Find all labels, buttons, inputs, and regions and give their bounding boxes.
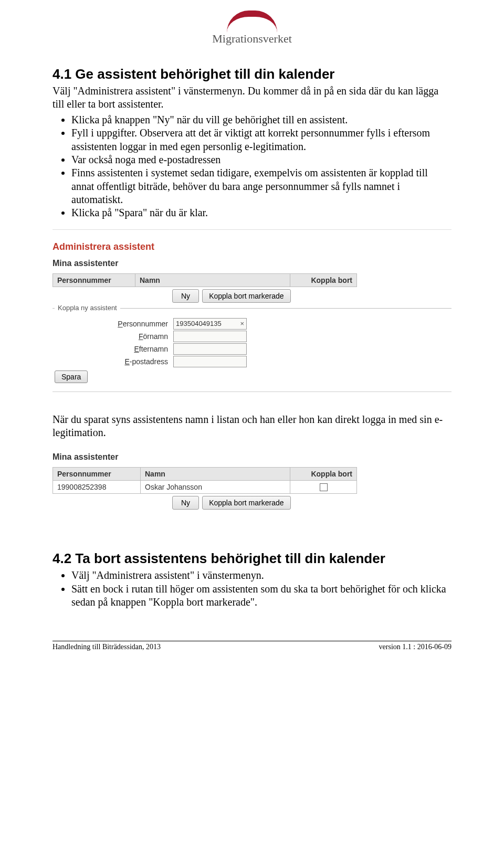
bullet-item: Klicka på knappen "Ny" när du vill ge be… — [71, 113, 452, 126]
section-bullets: Klicka på knappen "Ny" när du vill ge be… — [52, 113, 452, 220]
logo-text: Migrationsverket — [212, 31, 292, 46]
section-heading: 4.1 Ge assistent behörighet till din kal… — [52, 66, 452, 82]
document-page: Migrationsverket 4.1 Ge assistent behöri… — [0, 0, 504, 670]
assistants-table-filled: Personnummer Namn Koppla bort 1990082523… — [52, 467, 357, 494]
cell-personnummer: 199008252398 — [53, 480, 141, 494]
cell-namn: Oskar Johansson — [141, 480, 290, 494]
panel-subtitle: Mina assistenter — [52, 259, 452, 268]
fieldset-legend: Koppla ny assistent — [55, 304, 120, 312]
personnummer-value: 193504049135 — [176, 320, 222, 327]
col-personnummer: Personnummer — [53, 467, 141, 480]
col-personnummer: Personnummer — [53, 273, 135, 287]
epost-label: E-postadress — [52, 357, 173, 366]
personnummer-label: Personnummer — [52, 320, 173, 328]
assistants-table: Personnummer Namn Koppla bort — [52, 273, 357, 287]
section-intro: Välj "Administrera assistent" i vänsterm… — [52, 84, 452, 111]
separator — [52, 229, 452, 230]
section-bullets: Välj "Administrera assistent" i vänsterm… — [52, 569, 452, 609]
admin-assistant-panel: Administrera assistent Mina assistenter … — [52, 241, 452, 392]
saved-assistants-panel: Mina assistenter Personnummer Namn Koppl… — [52, 452, 452, 521]
disconnect-selected-button[interactable]: Koppla bort markerade — [202, 496, 290, 510]
personnummer-input[interactable]: 193504049135 × — [173, 318, 247, 330]
logo: Migrationsverket — [52, 10, 452, 46]
panel-title: Administrera assistent — [52, 241, 452, 252]
col-namn: Namn — [135, 273, 290, 287]
table-button-bar: Ny Koppla bort markerade — [52, 496, 452, 510]
paragraph-after-save: När du sparat syns assistentens namn i l… — [52, 413, 452, 440]
row-checkbox[interactable] — [320, 483, 328, 491]
footer-right: version 1.1 : 2016-06-09 — [379, 642, 452, 652]
clear-input-icon[interactable]: × — [238, 320, 244, 327]
table-row: 199008252398 Oskar Johansson — [53, 480, 357, 494]
bullet-item: Sätt en bock i rutan till höger om assis… — [71, 583, 452, 609]
save-button[interactable]: Spara — [55, 371, 88, 383]
bullet-item: Fyll i uppgifter. Observera att det är v… — [71, 126, 452, 153]
col-namn: Namn — [141, 467, 290, 480]
efternamn-label: Efternamn — [52, 345, 173, 353]
col-koppla-bort: Koppla bort — [290, 467, 357, 480]
fornamn-label: Förnamn — [52, 332, 173, 341]
bullet-item: Var också noga med e-postadressen — [71, 153, 452, 166]
footer-left: Handledning till Biträdessidan, 2013 — [52, 642, 161, 652]
footer-rule — [52, 641, 452, 641]
table-button-bar: Ny Koppla bort markerade — [52, 289, 452, 303]
new-button[interactable]: Ny — [172, 496, 199, 510]
bullet-item: Klicka på "Spara" när du är klar. — [71, 206, 452, 219]
new-assistant-fieldset: Koppla ny assistent Personnummer 1935040… — [52, 308, 452, 383]
disconnect-selected-button[interactable]: Koppla bort markerade — [202, 289, 290, 303]
fornamn-input[interactable] — [173, 331, 247, 342]
bullet-item: Välj "Administrera assistent" i vänsterm… — [71, 569, 452, 582]
panel-subtitle: Mina assistenter — [52, 452, 452, 462]
epost-input[interactable] — [173, 356, 247, 367]
bullet-item: Finns assistenten i systemet sedan tidig… — [71, 166, 452, 206]
logo-arc-icon — [227, 10, 277, 33]
efternamn-input[interactable] — [173, 343, 247, 355]
new-button[interactable]: Ny — [172, 289, 199, 303]
section-heading: 4.2 Ta bort assistentens behörighet till… — [52, 551, 452, 567]
page-footer: Handledning till Biträdessidan, 2013 ver… — [52, 642, 452, 655]
col-koppla-bort: Koppla bort — [290, 273, 357, 287]
